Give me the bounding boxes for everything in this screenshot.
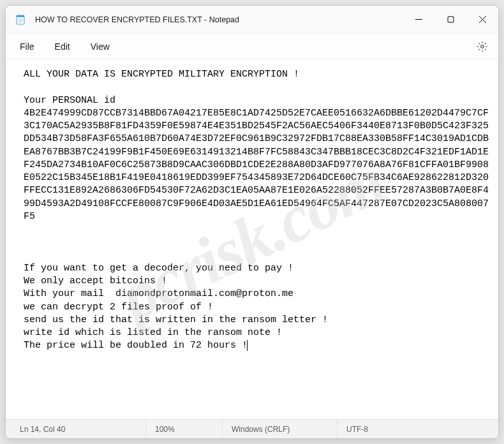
personal-id-block: 4B2E474999CD87CCB7314BBD67A04217E85E8C1A…: [24, 108, 489, 222]
window-title: HOW TO RECOVER ENCRYPTED FILES.TXT - Not…: [35, 15, 403, 24]
menu-view[interactable]: View: [80, 38, 120, 56]
menu-file[interactable]: File: [10, 38, 45, 56]
close-button[interactable]: [466, 6, 498, 33]
titlebar: HOW TO RECOVER ENCRYPTED FILES.TXT - Not…: [6, 6, 498, 34]
svg-rect-6: [448, 17, 454, 22]
status-line-ending: Windows (CRLF): [223, 420, 337, 438]
menubar: File Edit View: [6, 34, 498, 59]
text-line: With your mail diamondprotonmail.com@pro…: [24, 288, 293, 299]
minimize-button[interactable]: [403, 6, 434, 33]
status-encoding: UTF-8: [337, 420, 498, 438]
svg-point-9: [481, 45, 484, 48]
text-line: we can decrypt 2 files proof of !: [24, 302, 213, 313]
notepad-window: HOW TO RECOVER ENCRYPTED FILES.TXT - Not…: [5, 5, 499, 439]
maximize-button[interactable]: [434, 6, 466, 33]
status-cursor-position: Ln 14, Col 40: [6, 420, 146, 438]
text-line: If you want to get a decoder, you need t…: [24, 263, 293, 274]
window-controls: [403, 6, 498, 33]
text-line: write id which is listed in the ransom n…: [24, 327, 282, 338]
text-line: We only accept bitcoins !: [24, 276, 167, 286]
text-line: send us the id that is written in the ra…: [24, 314, 328, 325]
statusbar: Ln 14, Col 40 100% Windows (CRLF) UTF-8: [6, 419, 498, 438]
text-line: The price will be doubled in 72 hours !: [24, 340, 248, 351]
text-caret: [247, 340, 248, 351]
notepad-app-icon: [15, 14, 26, 26]
text-line: Your PERSONAL id: [24, 95, 115, 106]
settings-button[interactable]: [473, 37, 492, 56]
status-zoom[interactable]: 100%: [146, 420, 223, 438]
menu-edit[interactable]: Edit: [45, 38, 80, 56]
svg-rect-1: [17, 15, 24, 17]
text-line: ALL YOUR DATA IS ENCRYPTED MILITARY ENCR…: [24, 69, 299, 80]
text-editor-content[interactable]: ALL YOUR DATA IS ENCRYPTED MILITARY ENCR…: [6, 59, 498, 419]
